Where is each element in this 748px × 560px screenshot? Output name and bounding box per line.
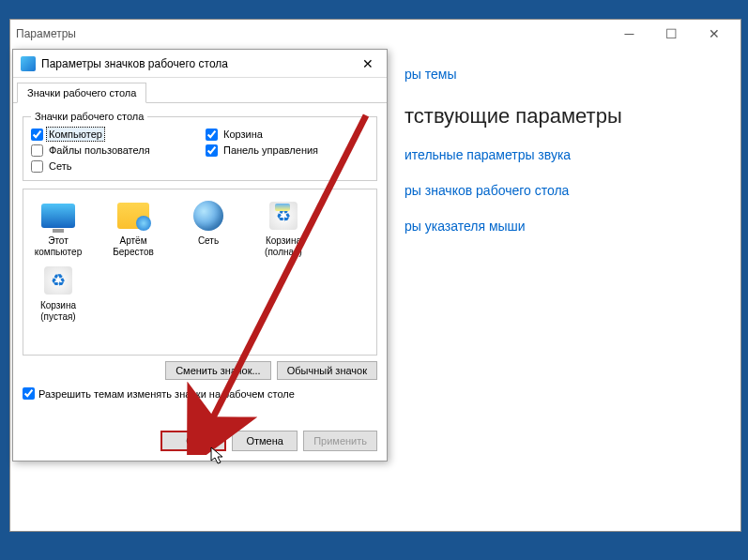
checkbox-row-0: Компьютер <box>31 128 194 141</box>
checkbox-row-3: Панель управления <box>206 144 369 157</box>
icon-label: Артём Берестов <box>104 235 162 258</box>
icon-label: Корзина (пустая) <box>29 300 87 323</box>
related-settings-heading: тствующие параметры <box>405 104 740 129</box>
tab-desktop-icons[interactable]: Значки рабочего стола <box>17 83 146 103</box>
recycle-full-icon <box>267 199 300 233</box>
checkbox-label[interactable]: Сеть <box>47 159 73 173</box>
dialog-content: Значки рабочего стола КомпьютерКорзинаФа… <box>13 102 387 422</box>
icon-label: Сеть <box>179 235 237 247</box>
theme-params-link[interactable]: ры темы <box>405 67 740 82</box>
recycle-empty-icon <box>41 264 75 297</box>
checkbox-Панель управления[interactable] <box>206 144 218 157</box>
icon-label: Корзина (полная) <box>254 235 313 258</box>
icon-item-2[interactable]: Сеть <box>179 199 237 258</box>
default-icon-button[interactable]: Обычный значок <box>277 361 377 380</box>
user-folder-icon <box>116 199 150 233</box>
desktop-icons-params-link[interactable]: ры значков рабочего стола <box>405 183 740 198</box>
allow-themes-row: Разрешить темам изменять значки на рабоч… <box>23 387 377 400</box>
dialog-titlebar: Параметры значков рабочего стола ✕ <box>13 50 387 78</box>
checkbox-Файлы пользователя[interactable] <box>31 144 43 157</box>
checkbox-row-4: Сеть <box>31 159 194 173</box>
checkbox-Корзина[interactable] <box>206 129 218 141</box>
icons-group-label: Значки рабочего стола <box>31 111 147 122</box>
dialog-title: Параметры значков рабочего стола <box>41 57 228 70</box>
mouse-pointer-params-link[interactable]: ры указателя мыши <box>405 219 740 234</box>
checkbox-row-2: Файлы пользователя <box>31 144 194 157</box>
checkbox-label[interactable]: Панель управления <box>221 144 320 157</box>
related-links: ительные параметры звука ры значков рабо… <box>405 147 740 234</box>
apply-button[interactable]: Применить <box>303 431 377 451</box>
cancel-button[interactable]: Отмена <box>232 431 298 451</box>
close-button[interactable]: ✕ <box>693 20 735 48</box>
dialog-close-button[interactable]: ✕ <box>357 53 379 75</box>
minimize-button[interactable]: ─ <box>608 20 650 48</box>
icon-item-4[interactable]: Корзина (пустая) <box>29 264 87 323</box>
settings-title: Параметры <box>16 27 76 40</box>
checkbox-Компьютер[interactable] <box>31 129 43 141</box>
icon-item-3[interactable]: Корзина (полная) <box>254 199 313 258</box>
checkbox-label[interactable]: Корзина <box>221 128 265 141</box>
tab-strip: Значки рабочего стола <box>13 78 387 102</box>
icon-preview-area[interactable]: Этот компьютерАртём БерестовСетьКорзина … <box>23 189 377 356</box>
icon-item-1[interactable]: Артём Берестов <box>104 199 162 258</box>
checkbox-label[interactable]: Файлы пользователя <box>47 144 152 157</box>
checkbox-row-1: Корзина <box>206 128 369 141</box>
ok-button[interactable]: OK <box>160 431 226 451</box>
settings-titlebar: Параметры ─ ☐ ✕ <box>10 20 740 48</box>
computer-icon <box>41 199 75 233</box>
dialog-footer: OK Отмена Применить <box>160 431 377 451</box>
dialog-icon <box>21 56 36 71</box>
checkbox-Сеть[interactable] <box>31 160 43 173</box>
icon-item-0[interactable]: Этот компьютер <box>29 199 87 258</box>
desktop-icons-dialog: Параметры значков рабочего стола ✕ Значк… <box>12 49 388 462</box>
icon-label: Этот компьютер <box>29 235 87 258</box>
network-icon <box>191 199 225 233</box>
allow-themes-checkbox[interactable] <box>23 387 35 400</box>
allow-themes-label: Разрешить темам изменять значки на рабоч… <box>38 388 295 400</box>
icons-group: Значки рабочего стола КомпьютерКорзинаФа… <box>23 111 377 181</box>
change-icon-button[interactable]: Сменить значок... <box>165 361 271 380</box>
checkbox-label[interactable]: Компьютер <box>47 128 104 141</box>
sound-params-link[interactable]: ительные параметры звука <box>405 147 740 162</box>
maximize-button[interactable]: ☐ <box>650 20 693 48</box>
